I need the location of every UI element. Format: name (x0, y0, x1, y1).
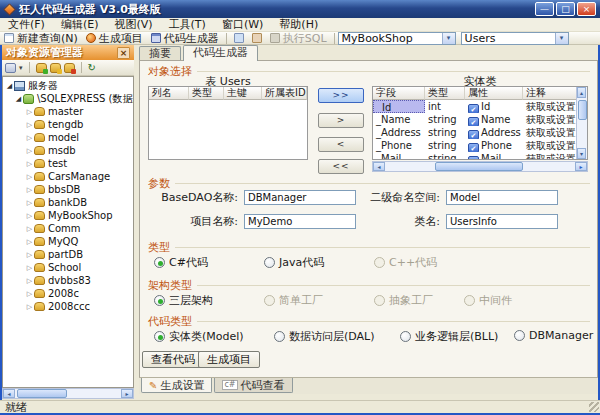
table-row[interactable]: _Name string ✔Name 获取或设置 Name .. (373, 113, 587, 126)
field-cell[interactable]: _Id (373, 100, 425, 113)
column-header[interactable]: 类型 (425, 87, 465, 100)
prop-cell[interactable]: ✔Address (465, 126, 523, 139)
menu-window[interactable]: 窗口(W) (214, 18, 271, 31)
new-query-button[interactable]: 新建查询(N) (0, 32, 82, 45)
close-button[interactable]: × (577, 2, 596, 16)
property-dropdown-icon[interactable]: ✔ (468, 104, 479, 113)
tree-node-database[interactable]: ▷msdb (3, 144, 133, 157)
property-dropdown-icon[interactable]: ✔ (468, 117, 479, 126)
minimize-button[interactable]: — (535, 2, 554, 16)
maximize-button[interactable]: □ (556, 2, 575, 16)
tree-collapsed-icon[interactable]: ▷ (25, 238, 34, 246)
refresh-icon[interactable]: ↻ (88, 63, 96, 73)
tree-collapsed-icon[interactable]: ▷ (25, 303, 34, 311)
db-tool-button-2[interactable] (248, 32, 266, 45)
comment-cell[interactable]: 获取或设置 Id 的值 (523, 100, 578, 113)
menu-tools[interactable]: 工具(T) (161, 18, 214, 31)
column-header[interactable]: 类型 (189, 87, 224, 100)
tree-node-database[interactable]: ▷CarsManage (3, 170, 133, 183)
tree-node-database[interactable]: ▷dvbbs83 (3, 274, 133, 287)
tree-node-database[interactable]: ▷2008ccc (3, 300, 133, 313)
tree-node-database[interactable]: ▷Comm (3, 222, 133, 235)
tree-node-database[interactable]: ▷bbsDB (3, 183, 133, 196)
tree-node-database[interactable]: ▷2008c (3, 287, 133, 300)
tree-collapsed-icon[interactable]: ▷ (25, 160, 34, 168)
menu-view[interactable]: 视图(V) (106, 18, 160, 31)
tree-collapsed-icon[interactable]: ▷ (25, 199, 34, 207)
table-combo[interactable]: Users ▾ (461, 32, 569, 45)
prop-cell[interactable]: ✔Id (465, 100, 523, 113)
code-generator-button[interactable]: 代码生成器 (147, 32, 223, 45)
prop-cell[interactable]: ✔Name (465, 113, 523, 126)
radio-csharp[interactable]: C#代码 (154, 255, 208, 270)
menu-edit[interactable]: 编辑(E) (53, 18, 107, 31)
comment-cell[interactable]: 获取或设置 Mail.. (523, 152, 578, 160)
table-row[interactable]: _Id int ✔Id 获取或设置 Id 的值 (373, 100, 587, 113)
execute-sql-button[interactable]: 执行SQL (266, 32, 331, 45)
property-dropdown-icon[interactable]: ✔ (468, 143, 479, 152)
tree-node-database[interactable]: ▷model (3, 131, 133, 144)
menu-file[interactable]: 文件(F) (0, 18, 53, 31)
tree-node-database[interactable]: ▷MyBookShop (3, 209, 133, 222)
tree-node-database[interactable]: ▷test (3, 157, 133, 170)
comment-cell[interactable]: 获取或设置 Name .. (523, 113, 578, 126)
type-cell[interactable]: string (425, 126, 465, 139)
chevron-down-icon[interactable]: ▾ (555, 33, 568, 44)
comment-cell[interactable]: 获取或设置 Addre.. (523, 126, 578, 139)
scroll-right-icon[interactable]: ▸ (121, 389, 133, 398)
tab-generate-settings[interactable]: ✎ 生成设置 (141, 378, 212, 393)
tree-node-database[interactable]: ▷MyQQ (3, 235, 133, 248)
move-all-right-button[interactable]: >> (318, 88, 364, 103)
chevron-down-icon[interactable]: ▾ (442, 33, 455, 44)
tab-code-generator[interactable]: 代码生成器 (183, 45, 258, 61)
property-dropdown-icon[interactable]: ✔ (468, 156, 479, 160)
scrollbar-thumb[interactable] (435, 162, 523, 171)
scroll-down-icon[interactable]: ▾ (577, 148, 586, 159)
field-cell[interactable]: _Address (373, 126, 425, 139)
tree-node-database[interactable]: ▷tengdb (3, 118, 133, 131)
new-db-icon[interactable] (50, 63, 61, 73)
move-left-button[interactable]: < (318, 137, 364, 152)
tree-collapsed-icon[interactable]: ▷ (25, 134, 34, 142)
view-code-button[interactable]: 查看代码 (142, 351, 204, 368)
tree-expanded-icon[interactable]: ◢ (14, 95, 23, 103)
namespace-field[interactable] (446, 190, 558, 205)
tree-collapsed-icon[interactable]: ▷ (25, 290, 34, 298)
tab-code-view[interactable]: c# 代码查看 (214, 378, 292, 393)
scroll-up-icon[interactable]: ▴ (577, 87, 586, 98)
column-header[interactable]: 属性 (465, 87, 523, 100)
panel-close-icon[interactable]: × (117, 47, 130, 59)
radio-bll[interactable]: 业务逻辑层(BLL) (400, 329, 498, 344)
type-cell[interactable]: string (425, 152, 465, 160)
field-cell[interactable]: _Name (373, 113, 425, 126)
tree-node-database[interactable]: ▷School (3, 261, 133, 274)
tree-collapsed-icon[interactable]: ▷ (25, 108, 34, 116)
column-header[interactable]: 字段 (373, 87, 425, 100)
tree-node-database[interactable]: ▷partDB (3, 248, 133, 261)
tree-node-instance[interactable]: ◢ \SQLEXPRESS (数据库.. (3, 92, 133, 105)
tree-expanded-icon[interactable]: ◢ (5, 82, 14, 90)
tree-collapsed-icon[interactable]: ▷ (25, 212, 34, 220)
radio-three-tier[interactable]: 三层架构 (154, 293, 213, 308)
tree-collapsed-icon[interactable]: ▷ (25, 225, 34, 233)
prop-cell[interactable]: ✔Mail (465, 152, 523, 160)
resize-grip[interactable] (589, 402, 599, 412)
tree-node-database[interactable]: ▷master (3, 105, 133, 118)
type-cell[interactable]: string (425, 139, 465, 152)
column-header[interactable]: 所属表ID (262, 87, 307, 100)
database-combo[interactable]: MyBookShop ▾ (338, 32, 456, 45)
field-cell[interactable]: _Phone (373, 139, 425, 152)
db-tool-button-1[interactable] (230, 32, 248, 45)
prop-cell[interactable]: ✔Phone (465, 139, 523, 152)
tree-collapsed-icon[interactable]: ▷ (25, 121, 34, 129)
tree-node-database[interactable]: ▷bankDB (3, 196, 133, 209)
scroll-right-icon[interactable]: ▸ (575, 162, 587, 171)
move-all-left-button[interactable]: << (318, 159, 364, 174)
connect-dropdown-icon[interactable]: ▾ (19, 64, 23, 72)
column-header[interactable]: 注释 (523, 87, 578, 100)
project-name-field[interactable] (244, 214, 356, 229)
tree-horizontal-scrollbar[interactable]: ◂ ▸ (2, 388, 134, 399)
move-right-button[interactable]: > (318, 113, 364, 128)
entity-class-table[interactable]: 字段 类型 属性 注释 _Id int ✔Id 获取或设置 Id 的值 _Nam… (372, 86, 588, 160)
menu-help[interactable]: 帮助(H) (271, 18, 326, 31)
